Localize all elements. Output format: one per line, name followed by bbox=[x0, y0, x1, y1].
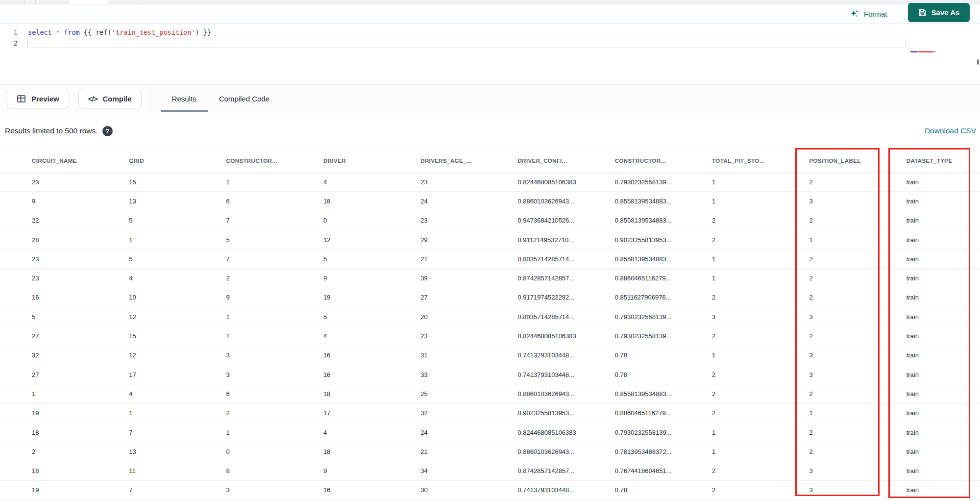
table-cell: 2 bbox=[706, 390, 803, 398]
toolbar-divider bbox=[150, 85, 150, 113]
table-cell: 0.8860465116279... bbox=[609, 275, 706, 282]
table-cell: 4 bbox=[122, 390, 220, 398]
table-cell: 13 bbox=[122, 448, 220, 455]
table-cell: train bbox=[900, 217, 980, 224]
table-cell: 1 bbox=[803, 409, 900, 417]
table-cell: 12 bbox=[317, 236, 414, 244]
editor-scrollbar-thumb[interactable] bbox=[977, 59, 979, 65]
sql-code-editor[interactable]: 1select * from {{ ref('train_test_positi… bbox=[0, 24, 980, 88]
table-cell: 29 bbox=[414, 236, 511, 244]
code-line[interactable]: 1select * from {{ ref('train_test_positi… bbox=[0, 28, 980, 37]
table-cell: 23 bbox=[414, 178, 511, 186]
table-row: 1610919270.9171974522292...0.85116279069… bbox=[0, 288, 980, 307]
compile-button[interactable]: </> Compile bbox=[78, 90, 142, 108]
code-line[interactable]: 2 bbox=[0, 39, 980, 48]
table-row: 231514230.8244680851063830.7930232558139… bbox=[0, 173, 980, 192]
code-brackets-icon: </> bbox=[88, 95, 98, 103]
table-cell: 0.8860103626943... bbox=[511, 390, 608, 398]
table-cell: 3 bbox=[803, 198, 900, 205]
table-cell: 2 bbox=[803, 429, 900, 436]
format-button-label: Format bbox=[864, 10, 887, 18]
table-row: 197316300.7413793103448...0.7823train bbox=[0, 481, 980, 500]
table-cell: 0.8558139534883... bbox=[609, 390, 706, 398]
table-cell: train bbox=[900, 332, 980, 340]
code-token: {{ ref( bbox=[80, 28, 112, 36]
table-cell: 1 bbox=[220, 313, 317, 321]
strip-divider bbox=[141, 0, 141, 4]
table-cell: 4 bbox=[317, 429, 414, 436]
column-header: DATASET_TYPE bbox=[900, 158, 980, 164]
table-cell: 0.7413793103448... bbox=[511, 486, 608, 494]
help-icon[interactable]: ? bbox=[102, 126, 113, 136]
table-cell: 0 bbox=[317, 217, 414, 224]
table-cell: 2 bbox=[803, 275, 900, 282]
line-number: 2 bbox=[0, 39, 18, 48]
table-cell: 27 bbox=[25, 371, 122, 378]
table-body: 231514230.8244680851063830.7930232558139… bbox=[0, 173, 980, 500]
column-header: CONSTRUCTOR... bbox=[220, 158, 317, 164]
table-cell: 0.7813953488372... bbox=[609, 448, 706, 455]
table-cell: 6 bbox=[220, 390, 317, 398]
table-cell: 24 bbox=[414, 198, 511, 205]
tab-results[interactable]: Results bbox=[161, 85, 208, 113]
table-row: 913618240.8860103626943...0.855813953488… bbox=[0, 192, 980, 211]
table-cell: 1 bbox=[706, 275, 803, 282]
table-row: 181189340.8742857142857...0.767441860465… bbox=[0, 461, 980, 480]
code-token bbox=[60, 28, 64, 36]
table-cell: 0.8035714285714... bbox=[511, 255, 608, 263]
table-cell: 0.8035714285714... bbox=[511, 313, 608, 321]
table-cell: 1 bbox=[25, 390, 122, 398]
table-cell: 23 bbox=[414, 217, 511, 224]
table-cell: train bbox=[900, 429, 980, 436]
table-cell: 2 bbox=[803, 332, 900, 340]
table-cell: 16 bbox=[317, 486, 414, 494]
table-cell: 15 bbox=[122, 332, 220, 340]
table-cell: 23 bbox=[25, 178, 122, 186]
table-row: 281512290.9112149532710...0.902325581395… bbox=[0, 230, 980, 250]
table-cell: 1 bbox=[220, 178, 317, 186]
table-cell: 0.8558139534883... bbox=[609, 217, 706, 224]
line-number: 1 bbox=[0, 28, 18, 37]
save-as-button[interactable]: Save As bbox=[908, 3, 970, 22]
table-cell: 2 bbox=[220, 409, 317, 417]
results-tabs: Results Compiled Code bbox=[161, 85, 281, 113]
sparkles-icon bbox=[850, 9, 859, 19]
table-cell: 2 bbox=[706, 467, 803, 475]
tab-results-label: Results bbox=[172, 95, 196, 103]
table-cell: 19 bbox=[317, 294, 414, 301]
table-cell: 0.8558139534883... bbox=[609, 255, 706, 263]
table-cell: 0.8511627906976... bbox=[609, 294, 706, 301]
table-cell: 20 bbox=[414, 313, 511, 321]
table-cell: train bbox=[900, 390, 980, 398]
table-cell: 23 bbox=[414, 332, 511, 340]
table-cell: 0.8742857142857... bbox=[511, 275, 608, 282]
table-cell: 2 bbox=[803, 448, 900, 455]
table-grid-icon bbox=[17, 94, 26, 103]
table-cell: train bbox=[900, 313, 980, 321]
table-row: 14618250.8860103626943...0.8558139534883… bbox=[0, 384, 980, 403]
table-cell: 11 bbox=[122, 467, 220, 475]
table-cell: 2 bbox=[706, 371, 803, 378]
table-cell: 3 bbox=[706, 313, 803, 321]
table-cell: 0.78 bbox=[609, 351, 706, 359]
table-cell: 3 bbox=[803, 313, 900, 321]
save-as-button-label: Save As bbox=[931, 8, 960, 17]
format-button[interactable]: Format bbox=[847, 6, 890, 21]
preview-button[interactable]: Preview bbox=[7, 90, 69, 108]
table-row: 22570230.9473684210526...0.8558139534883… bbox=[0, 211, 980, 230]
window-top-strip bbox=[0, 0, 980, 4]
table-cell: 27 bbox=[25, 332, 122, 340]
table-cell: 0.8860103626943... bbox=[511, 448, 608, 455]
table-cell: 18 bbox=[317, 448, 414, 455]
table-cell: 9 bbox=[317, 467, 414, 475]
table-cell: 0.78 bbox=[609, 486, 706, 494]
code-token bbox=[52, 28, 56, 36]
tab-compiled-code[interactable]: Compiled Code bbox=[208, 85, 281, 113]
table-cell: 7 bbox=[122, 486, 220, 494]
table-cell: 4 bbox=[317, 332, 414, 340]
table-cell: 3 bbox=[220, 486, 317, 494]
table-cell: 16 bbox=[317, 371, 414, 378]
table-cell: train bbox=[900, 409, 980, 417]
download-csv-link[interactable]: Download CSV bbox=[925, 126, 976, 135]
table-cell: 0 bbox=[220, 448, 317, 455]
